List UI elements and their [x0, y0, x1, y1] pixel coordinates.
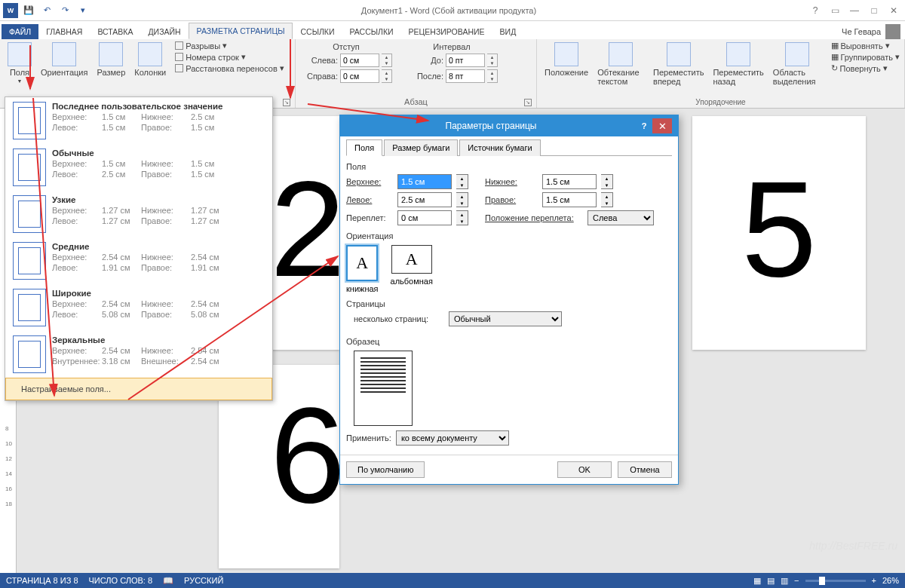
dialog-tab-paper[interactable]: Размер бумаги	[384, 139, 458, 156]
zoom-in-icon[interactable]: +	[872, 576, 876, 585]
margin-preset-item[interactable]: Обычные Верхнее:1.5 смНижнее:1.5 см Лево…	[5, 144, 272, 191]
margin-preset-item[interactable]: Широкие Верхнее:2.54 смНижнее:2.54 см Ле…	[5, 284, 272, 331]
left-margin-input[interactable]	[397, 192, 452, 207]
statusbar: СТРАНИЦА 8 ИЗ 8 ЧИСЛО СЛОВ: 8 📖 РУССКИЙ …	[0, 573, 905, 588]
watermark: http://BestFREE.ru	[809, 540, 897, 552]
status-page[interactable]: СТРАНИЦА 8 ИЗ 8	[6, 576, 78, 585]
hyphen-icon	[175, 64, 183, 72]
word-icon: W	[3, 3, 18, 18]
ok-button[interactable]: OK	[557, 461, 612, 478]
portrait-option[interactable]: Aкнижная	[346, 245, 379, 293]
pages-section-label: Страницы	[346, 299, 385, 308]
indent-left[interactable]: Слева:▲▼	[300, 54, 392, 67]
indent-right[interactable]: Справа:▲▼	[300, 69, 392, 83]
dialog-tab-source[interactable]: Источник бумаги	[459, 139, 540, 156]
position-icon	[554, 42, 578, 66]
bottom-margin-input[interactable]	[542, 174, 597, 189]
pane-icon	[785, 42, 809, 66]
tab-view[interactable]: ВИД	[492, 24, 524, 39]
zoom-out-icon[interactable]: −	[794, 576, 799, 585]
hyphenation-button[interactable]: Расстановка переносов ▾	[175, 63, 284, 73]
margin-preset-icon	[13, 195, 46, 233]
margin-preset-item[interactable]: Средние Верхнее:2.54 смНижнее:2.54 см Ле…	[5, 237, 272, 284]
tab-references[interactable]: ССЫЛКИ	[293, 24, 342, 39]
margin-preset-item[interactable]: Последнее пользовательское значение Верх…	[5, 97, 272, 144]
spacing-after[interactable]: После:▲▼	[406, 69, 498, 83]
forward-button[interactable]: Переместить вперед	[650, 41, 707, 87]
view-print-icon[interactable]: ▦	[753, 576, 761, 586]
qat-dropdown-icon[interactable]: ▾	[75, 3, 90, 18]
top-margin-input[interactable]	[397, 174, 452, 189]
columns-button[interactable]: Колонки	[131, 41, 169, 78]
tab-mailings[interactable]: РАССЫЛКИ	[342, 24, 401, 39]
tab-file[interactable]: ФАЙЛ	[2, 24, 38, 39]
margins-button[interactable]: Поля▼	[5, 41, 35, 85]
wrap-button[interactable]: Обтекание текстом	[594, 41, 647, 87]
backward-button[interactable]: Переместить назад	[710, 41, 766, 87]
dialog-close-icon[interactable]: ✕	[652, 118, 672, 133]
group-button[interactable]: ▦ Группировать ▾	[831, 52, 900, 62]
wrap-icon	[609, 42, 633, 66]
breaks-button[interactable]: Разрывы ▾	[175, 41, 284, 51]
tab-insert[interactable]: ВСТАВКА	[90, 24, 140, 39]
rotate-button[interactable]: ↻ Повернуть ▾	[831, 63, 900, 73]
gutter-input[interactable]	[397, 210, 452, 225]
right-margin-input[interactable]	[542, 192, 597, 207]
orientation-button[interactable]: Ориентация	[38, 41, 90, 78]
status-words[interactable]: ЧИСЛО СЛОВ: 8	[89, 576, 153, 585]
page-setup-launcher[interactable]: ↘	[283, 99, 290, 106]
close-icon[interactable]: ✕	[885, 5, 902, 17]
size-icon	[99, 42, 123, 66]
zoom-level[interactable]: 26%	[882, 576, 899, 585]
avatar	[885, 24, 900, 39]
default-button[interactable]: По умолчанию	[346, 461, 425, 478]
orientation-section-label: Ориентация	[346, 231, 393, 240]
user-name: Че Гевара	[842, 27, 881, 36]
page-5: 5	[692, 116, 866, 350]
margin-preset-icon	[13, 335, 46, 373]
tab-design[interactable]: ДИЗАЙН	[140, 24, 188, 39]
save-icon[interactable]: 💾	[21, 3, 36, 18]
minimize-icon[interactable]: —	[846, 5, 863, 17]
help-icon[interactable]: ?	[807, 5, 824, 17]
position-button[interactable]: Положение	[541, 41, 591, 78]
line-numbers-button[interactable]: Номера строк ▾	[175, 52, 284, 62]
margin-preset-item[interactable]: Зеркальные Верхнее:2.54 смНижнее:2.54 см…	[5, 331, 272, 378]
gutter-position-select[interactable]: Слева	[587, 210, 654, 225]
custom-margins-item[interactable]: Настраиваемые поля...	[5, 378, 272, 400]
tab-page-layout[interactable]: РАЗМЕТКА СТРАНИЦЫ	[189, 23, 293, 39]
size-button[interactable]: Размер	[94, 41, 128, 78]
redo-icon[interactable]: ↷	[57, 3, 72, 18]
spacing-before[interactable]: До:▲▼	[406, 54, 498, 67]
backward-icon	[726, 42, 750, 66]
user-area[interactable]: Че Гевара	[842, 24, 905, 39]
dialog-help-icon[interactable]: ?	[636, 121, 652, 130]
status-lang[interactable]: РУССКИЙ	[184, 576, 223, 585]
multi-pages-select[interactable]: Обычный	[449, 311, 562, 326]
align-button[interactable]: ▦ Выровнять ▾	[831, 41, 900, 51]
preview-icon	[354, 351, 413, 426]
maximize-icon[interactable]: □	[866, 5, 882, 17]
dialog-titlebar[interactable]: Параметры страницы ? ✕	[340, 115, 678, 136]
apply-to-select[interactable]: ко всему документу	[396, 430, 509, 446]
undo-icon[interactable]: ↶	[39, 3, 54, 18]
status-proofing-icon[interactable]: 📖	[163, 576, 173, 586]
view-web-icon[interactable]: ▥	[781, 576, 788, 586]
margin-preset-item[interactable]: Узкие Верхнее:1.27 смНижнее:1.27 см Лево…	[5, 191, 272, 237]
selection-pane-button[interactable]: Область выделения	[770, 41, 825, 87]
ribbon-tabs: ФАЙЛ ГЛАВНАЯ ВСТАВКА ДИЗАЙН РАЗМЕТКА СТР…	[0, 21, 905, 39]
ribbon-options-icon[interactable]: ▭	[827, 5, 843, 17]
spacing-label: Интервал	[406, 42, 498, 51]
view-read-icon[interactable]: ▤	[767, 576, 775, 586]
columns-icon	[138, 42, 162, 66]
tab-review[interactable]: РЕЦЕНЗИРОВАНИЕ	[401, 24, 492, 39]
margin-preset-icon	[13, 149, 46, 186]
breaks-icon	[175, 41, 183, 50]
dialog-tab-fields[interactable]: Поля	[346, 139, 382, 156]
zoom-slider[interactable]	[805, 580, 866, 582]
paragraph-launcher[interactable]: ↘	[524, 99, 532, 106]
cancel-button[interactable]: Отмена	[618, 461, 672, 478]
preview-section-label: Образец	[346, 337, 379, 346]
landscape-option[interactable]: Aальбомная	[391, 245, 433, 293]
tab-home[interactable]: ГЛАВНАЯ	[38, 24, 90, 39]
